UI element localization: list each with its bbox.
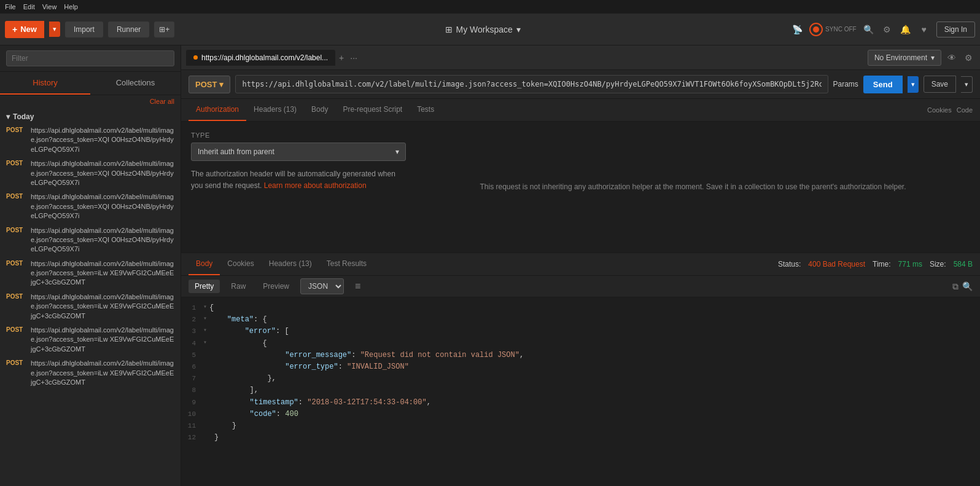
sidebar-search xyxy=(0,45,181,72)
item-url: https://api.dhlglobalmail.com/v2/label/m… xyxy=(31,292,174,321)
time-value: 771 ms xyxy=(898,260,922,268)
save-dropdown-button[interactable]: ▾ xyxy=(961,76,973,93)
code-line-8: 8 ], xyxy=(181,385,980,396)
tab-body[interactable]: Body xyxy=(304,99,335,121)
method-badge: POST xyxy=(6,326,27,333)
tab-dot xyxy=(193,55,198,60)
format-pretty-button[interactable]: Pretty xyxy=(189,280,220,293)
format-type-select[interactable]: JSON XML HTML Text xyxy=(300,278,344,294)
word-wrap-button[interactable]: ≡ xyxy=(349,278,367,294)
chevron-down-icon: ▾ xyxy=(931,53,935,62)
response-area: Body Cookies Headers (13) Test Results S… xyxy=(181,253,980,486)
history-tab[interactable]: History xyxy=(0,72,90,95)
method-select[interactable]: POST ▾ xyxy=(189,76,230,93)
list-item[interactable]: POST https://api.dhlglobalmail.com/v2/la… xyxy=(0,190,181,223)
item-url: https://api.dhlglobalmail.com/v2/label/m… xyxy=(31,326,174,354)
auth-right-panel: This request is not inheriting any autho… xyxy=(416,131,970,243)
new-dropdown-button[interactable]: ▾ xyxy=(49,22,60,37)
sidebar-actions: Clear all xyxy=(0,95,181,108)
tab-tests[interactable]: Tests xyxy=(410,99,441,121)
workspace-label: My Workspace xyxy=(456,25,513,34)
record-inner xyxy=(813,26,819,33)
settings-icon-button[interactable]: ⚙ xyxy=(962,52,975,64)
format-preview-button[interactable]: Preview xyxy=(257,280,295,293)
cookies-link[interactable]: Cookies xyxy=(927,106,952,114)
sidebar-group-title[interactable]: ▾ Today xyxy=(0,110,181,123)
add-tab-button[interactable]: + xyxy=(336,52,346,64)
url-input[interactable] xyxy=(235,75,828,93)
environment-label: No Environment xyxy=(874,53,927,62)
send-dropdown-button[interactable]: ▾ xyxy=(908,76,919,93)
code-line-5: 5 "error_message": "Request did not cont… xyxy=(181,350,980,361)
auth-info-message: This request is not inheriting any autho… xyxy=(480,181,906,193)
item-url: https://api.dhlglobalmail.com/v2/label/m… xyxy=(31,226,174,254)
menu-view[interactable]: View xyxy=(42,3,57,10)
heart-icon[interactable]: ♥ xyxy=(918,23,930,36)
radar-icon[interactable]: 📡 xyxy=(791,23,803,36)
sidebar-group-today: ▾ Today POST https://api.dhlglobalmail.c… xyxy=(0,108,181,392)
settings-icon[interactable]: ⚙ xyxy=(881,23,893,36)
save-button[interactable]: Save xyxy=(924,76,956,93)
time-label: Time: xyxy=(873,260,891,268)
response-tab-test-results[interactable]: Test Results xyxy=(319,253,374,275)
tab-pre-request[interactable]: Pre-request Script xyxy=(335,99,410,121)
code-line-1: 1 ▾ { xyxy=(181,302,980,314)
sign-in-button[interactable]: Sign In xyxy=(936,22,975,37)
workspace-button[interactable]: ⊞ My Workspace ▾ xyxy=(445,25,521,34)
auth-type-select[interactable]: Inherit auth from parent ▾ xyxy=(191,143,406,161)
grid-icon: ⊞ xyxy=(445,25,453,34)
status-label: Status: xyxy=(778,260,801,268)
code-line-3: 3 ▾ "error": [ xyxy=(181,326,980,337)
auth-type-value: Inherit auth from parent xyxy=(198,147,274,156)
response-tab-headers[interactable]: Headers (13) xyxy=(262,253,319,275)
more-tabs-button[interactable]: ··· xyxy=(348,52,360,64)
search-icon[interactable]: 🔍 xyxy=(863,23,875,36)
method-badge: POST xyxy=(6,159,27,167)
record-button[interactable] xyxy=(809,23,823,36)
new-button[interactable]: + New xyxy=(5,21,44,38)
sidebar-tabs: History Collections xyxy=(0,72,181,95)
list-item[interactable]: POST https://api.dhlglobalmail.com/v2/la… xyxy=(0,224,181,257)
send-button[interactable]: Send xyxy=(863,76,903,93)
authorization-link[interactable]: authorization xyxy=(324,181,367,190)
environment-selector[interactable]: No Environment ▾ xyxy=(868,50,941,66)
code-link[interactable]: Code xyxy=(957,106,973,114)
code-viewer: 1 ▾ { 2 ▾ "meta": { 3 ▾ "error": [ 4 xyxy=(181,297,980,486)
response-tab-cookies[interactable]: Cookies xyxy=(220,253,261,275)
list-item[interactable]: POST https://api.dhlglobalmail.com/v2/la… xyxy=(0,356,181,390)
format-raw-button[interactable]: Raw xyxy=(225,280,252,293)
filter-input[interactable] xyxy=(6,50,174,66)
code-line-11: 11 } xyxy=(181,420,980,432)
list-item[interactable]: POST https://api.dhlglobalmail.com/v2/la… xyxy=(0,123,181,157)
search-response-button[interactable]: 🔍 xyxy=(962,281,973,292)
toolbar-center: ⊞ My Workspace ▾ xyxy=(179,25,786,34)
item-url: https://api.dhlglobalmail.com/v2/label/m… xyxy=(31,259,174,288)
tab-authorization[interactable]: Authorization xyxy=(189,99,246,121)
copy-response-button[interactable]: ⧉ xyxy=(952,281,959,292)
menu-file[interactable]: File xyxy=(5,3,16,10)
menu-help[interactable]: Help xyxy=(64,3,78,10)
new-label: New xyxy=(20,25,37,34)
clear-all-button[interactable]: Clear all xyxy=(150,98,174,105)
list-item[interactable]: POST https://api.dhlglobalmail.com/v2/la… xyxy=(0,157,181,190)
request-tab-active[interactable]: https://api.dhlglobalmail.com/v2/label..… xyxy=(186,50,335,66)
auth-description: The authorization header will be automat… xyxy=(191,168,406,192)
menu-edit[interactable]: Edit xyxy=(23,3,35,10)
import-button[interactable]: Import xyxy=(65,22,103,37)
learn-more-link[interactable]: Learn more about xyxy=(264,181,322,190)
eye-icon-button[interactable]: 👁 xyxy=(945,52,959,64)
list-item[interactable]: POST https://api.dhlglobalmail.com/v2/la… xyxy=(0,257,181,290)
chevron-down-icon: ▾ xyxy=(516,25,521,34)
request-line: POST ▾ Params Send ▾ Save ▾ xyxy=(181,70,980,99)
method-dropdown-icon: ▾ xyxy=(219,80,224,89)
response-tab-body[interactable]: Body xyxy=(189,253,220,275)
response-actions: ⧉ 🔍 xyxy=(952,281,973,292)
list-item[interactable]: POST https://api.dhlglobalmail.com/v2/la… xyxy=(0,290,181,323)
list-item[interactable]: POST https://api.dhlglobalmail.com/v2/la… xyxy=(0,323,181,356)
params-link[interactable]: Params xyxy=(833,80,858,88)
tab-headers[interactable]: Headers (13) xyxy=(246,99,304,121)
add-workspace-button[interactable]: ⊞+ xyxy=(154,22,174,37)
notification-icon[interactable]: 🔔 xyxy=(900,23,912,36)
runner-button[interactable]: Runner xyxy=(108,22,149,37)
collections-tab[interactable]: Collections xyxy=(90,72,181,95)
